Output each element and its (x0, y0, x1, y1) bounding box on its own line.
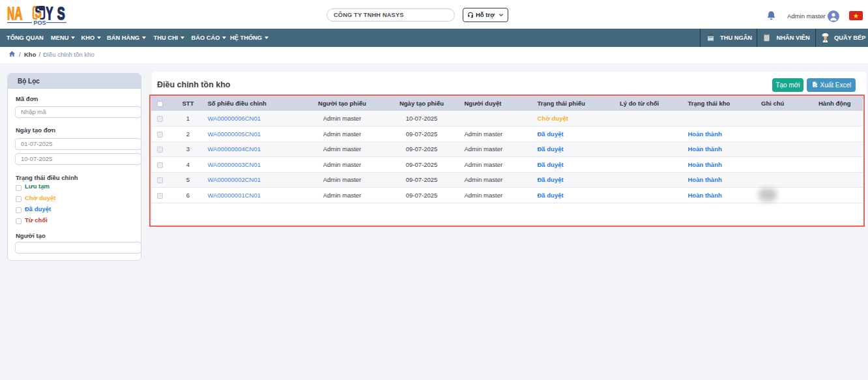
svg-text:N: N (7, 3, 14, 23)
svg-text:POS: POS (34, 20, 46, 26)
svg-text:S: S (57, 3, 65, 23)
svg-text:A: A (14, 3, 22, 24)
svg-text:Y: Y (46, 3, 53, 23)
